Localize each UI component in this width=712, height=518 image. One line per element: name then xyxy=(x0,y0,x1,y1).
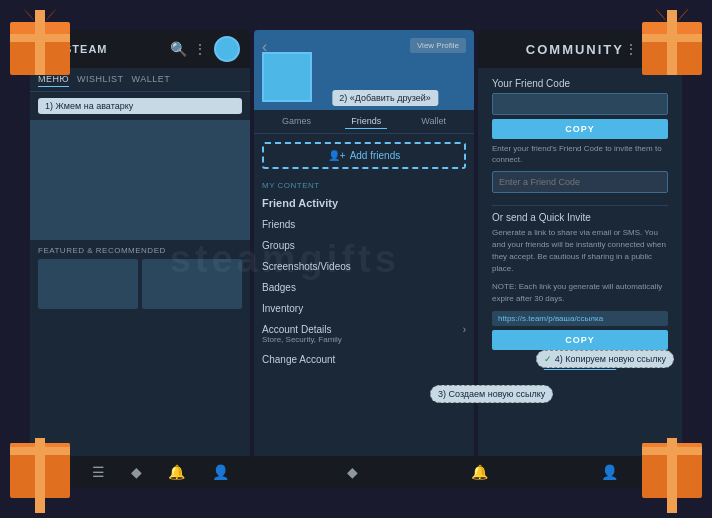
featured-label: FEATURED & RECOMMENDED xyxy=(30,240,250,259)
tab-wallet[interactable]: Wallet xyxy=(415,114,452,129)
svg-rect-7 xyxy=(642,34,702,42)
nav-wallet[interactable]: WALLET xyxy=(132,72,171,87)
svg-rect-11 xyxy=(10,447,70,455)
middle-panel: ‹ View Profile 2) «Добавить друзей» Game… xyxy=(254,30,474,488)
gift-decoration-tl xyxy=(0,0,80,80)
svg-rect-3 xyxy=(10,34,70,42)
add-friends-button[interactable]: 👤+ Add friends xyxy=(262,142,466,169)
menu-account-details[interactable]: Account Details › Store, Security, Famil… xyxy=(254,319,474,349)
gift-decoration-br xyxy=(632,438,712,518)
svg-rect-15 xyxy=(642,447,702,455)
menu-badges[interactable]: Badges xyxy=(254,277,474,298)
left-content-image xyxy=(30,120,250,240)
left-bottom-user-icon[interactable]: 👤 xyxy=(212,464,229,480)
tooltip-copy-link: ✓ 4) Копируем новую ссылку xyxy=(536,350,674,368)
search-icon[interactable]: 🔍 xyxy=(170,41,186,57)
tab-friends[interactable]: Friends xyxy=(345,114,387,129)
invite-link-url: https://s.team/p/ваша/ссылка xyxy=(492,311,668,326)
avatar[interactable] xyxy=(214,36,240,62)
more-icon[interactable]: ⋮ xyxy=(192,41,208,57)
enter-friend-code-input[interactable] xyxy=(492,171,668,193)
copy-button-1[interactable]: COPY xyxy=(492,119,668,139)
note-text: NOTE: Each link you generate will automa… xyxy=(492,281,668,305)
menu-friend-activity[interactable]: Friend Activity xyxy=(254,192,474,214)
bottom-icon-user[interactable]: 👤 xyxy=(601,464,618,480)
left-bottom-bell-icon[interactable]: 🔔 xyxy=(168,464,185,480)
bottom-icon-bell[interactable]: 🔔 xyxy=(478,464,488,480)
my-content-label: MY CONTENT xyxy=(254,177,474,192)
check-icon: ✓ xyxy=(544,354,552,364)
tab-games[interactable]: Games xyxy=(276,114,317,129)
left-bottom-list-icon[interactable]: ☰ xyxy=(92,464,105,480)
menu-change-account[interactable]: Change Account xyxy=(254,349,474,370)
left-bottom-diamond-icon[interactable]: ◆ xyxy=(131,464,142,480)
profile-tabs: Games Friends Wallet xyxy=(254,110,474,134)
gift-decoration-tr xyxy=(632,0,712,80)
add-friends-icon: 👤+ xyxy=(328,150,346,161)
divider xyxy=(492,205,668,206)
left-panel: STEAM 🔍 ⋮ МЕНЮ WISHLIST WALLET 1) Жмем н… xyxy=(30,30,250,488)
steam-header-icons: 🔍 ⋮ xyxy=(170,36,240,62)
tooltip-add-friends: 2) «Добавить друзей» xyxy=(332,90,438,106)
add-friends-label: Add friends xyxy=(350,150,401,161)
friend-code-input[interactable] xyxy=(492,93,668,115)
menu-friends[interactable]: Friends xyxy=(254,214,474,235)
profile-avatar xyxy=(262,52,312,102)
arrow-icon: › xyxy=(463,324,466,335)
nav-wishlist[interactable]: WISHLIST xyxy=(77,72,124,87)
main-container: STEAM 🔍 ⋮ МЕНЮ WISHLIST WALLET 1) Жмем н… xyxy=(30,30,682,488)
right-content: Your Friend Code COPY Enter your friend'… xyxy=(478,68,682,382)
community-title: COMMUNITY xyxy=(526,42,624,57)
copy-button-2[interactable]: COPY xyxy=(492,330,668,350)
menu-inventory[interactable]: Inventory xyxy=(254,298,474,319)
right-panel: COMMUNITY ⋮ Your Friend Code COPY Enter … xyxy=(478,30,682,488)
menu-groups[interactable]: Groups xyxy=(254,235,474,256)
view-profile-button[interactable]: View Profile xyxy=(410,38,466,53)
svg-rect-6 xyxy=(667,10,677,75)
featured-img-2 xyxy=(142,259,242,309)
gift-decoration-bl xyxy=(0,438,80,518)
tooltip-click-avatar: 1) Жмем на аватарку xyxy=(38,98,242,114)
helper-text: Enter your friend's Friend Code to invit… xyxy=(492,143,668,165)
quick-invite-text: Generate a link to share via email or SM… xyxy=(492,227,668,275)
svg-rect-2 xyxy=(35,10,45,75)
menu-screenshots[interactable]: Screenshots/Videos xyxy=(254,256,474,277)
back-arrow-icon[interactable]: ‹ xyxy=(262,38,267,56)
tooltip-create-link: 3) Создаем новую ссылку xyxy=(430,385,553,403)
featured-images xyxy=(30,259,250,309)
quick-invite-title: Or send a Quick Invite xyxy=(492,212,668,223)
featured-img-1 xyxy=(38,259,138,309)
